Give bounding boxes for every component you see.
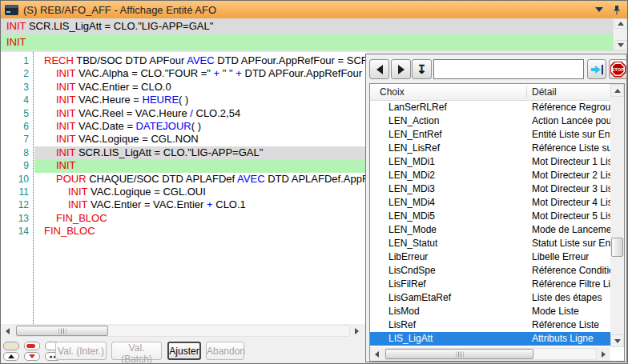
code-editor[interactable]: 1234567891011121314 RECH TBD/SOC DTD APF… [1, 52, 367, 324]
forward-button[interactable] [391, 59, 411, 79]
code-line[interactable]: INIT [34, 159, 367, 172]
list-item[interactable]: LEN_MDi3Mot Directeur 3 Liste [370, 182, 610, 196]
code-line[interactable]: INIT VAC.Logique = CGL.OUI [34, 186, 367, 198]
scroll-up-button[interactable] [610, 84, 624, 97]
list-item-detail: Mot Directeur 2 Liste [532, 169, 610, 182]
code-line[interactable]: POUR CHAQUE/SOC DTD APLAFDef AVEC DTD AP… [34, 173, 367, 186]
marker-beige-icon[interactable] [3, 342, 19, 350]
list-item[interactable]: LisModMode Liste [370, 305, 610, 318]
code-token: CLO.2,54 [193, 107, 240, 119]
list-item[interactable]: LEN_LisRefRéférence Liste sur E [370, 142, 610, 155]
code-hscrollbar[interactable] [1, 324, 364, 338]
list-item-choix: LisCndSpe [388, 264, 436, 278]
column-header-detail[interactable]: Détail [532, 86, 557, 98]
code-line[interactable]: INIT VAC.Reel = VAC.Heure / CLO.2,54 [34, 107, 367, 120]
abandon-button[interactable]: Abandon [206, 342, 244, 360]
scroll-track[interactable] [614, 29, 627, 40]
scroll-track[interactable] [384, 348, 597, 360]
preview-vscrollbar[interactable] [614, 18, 627, 50]
list-item-detail: Référence Condition [532, 264, 610, 278]
list-item[interactable]: LEN_ModeMode de Lancement [370, 223, 610, 237]
scroll-left-button[interactable] [1, 324, 14, 338]
code-token: VAC.Entier = CLO.0 [75, 81, 171, 93]
list-item[interactable]: LEN_MDi2Mot Directeur 2 Liste [370, 169, 610, 182]
stop-sign-icon: STOP [610, 62, 626, 78]
list-item[interactable]: LibErreurLibelle Erreur [370, 250, 610, 264]
scroll-right-button[interactable] [597, 347, 610, 361]
preview-line-current[interactable]: INIT SCR.LIS_LigAtt = CLO."LIG-APP=GAL" [1, 18, 614, 34]
keyword-token: INIT [68, 198, 87, 210]
list-item-detail: Référence Liste sur E [532, 142, 610, 155]
keyword-token: INIT [56, 107, 75, 119]
pin-icon[interactable] [613, 5, 621, 15]
code-line[interactable]: FIN_BLOC [34, 225, 367, 238]
line-number-gutter: 1234567891011121314 [1, 52, 34, 324]
scroll-right-button[interactable] [350, 324, 364, 338]
list-header[interactable]: Choix Détail [370, 84, 610, 101]
code-line[interactable]: INIT VAC.Entier = VAC.Entier + CLO.1 [34, 198, 367, 211]
list-item[interactable]: LEN_MDi1Mot Directeur 1 Liste [370, 155, 610, 169]
preview-line-edited[interactable]: INIT [1, 34, 614, 50]
keyword-token: INIT [56, 146, 75, 158]
dropdown-arrow-icon[interactable] [595, 7, 603, 12]
scroll-thumb[interactable] [385, 349, 533, 359]
insert-down-button[interactable]: ↧ [412, 59, 432, 79]
ajuster-button[interactable]: Ajuster [167, 342, 201, 360]
back-button[interactable] [369, 59, 389, 79]
list-item[interactable]: LEN_ActionAction Lancée pour M [370, 114, 610, 128]
val-batch-button[interactable]: Val. (Batch) [111, 342, 162, 360]
list-item[interactable]: LisFilRefRéférence Filtre Liste [370, 278, 610, 291]
code-line[interactable]: INIT VAC.Alpha = CLO."FOUR =" + " " + DT… [34, 67, 367, 80]
code-line[interactable]: INIT VAC.Entier = CLO.0 [34, 81, 367, 94]
move-up-icon[interactable] [3, 352, 19, 361]
list-item-detail: Action Lancée pour M [532, 114, 610, 128]
list-item[interactable]: LEN_MDi5Mot Directeur 5 Liste [370, 210, 610, 223]
code-token: " " [219, 67, 235, 79]
stop-button[interactable]: STOP [609, 59, 627, 79]
list-item-choix: LEN_MDi5 [388, 210, 435, 223]
scroll-thumb[interactable] [611, 238, 623, 257]
code-lines: RECH TBD/SOC DTD APFour AVEC DTD APFour.… [34, 54, 367, 238]
scroll-down-button[interactable] [614, 40, 627, 50]
keyword-token: FIN_BLOC [44, 225, 95, 237]
scroll-track[interactable] [14, 325, 350, 337]
code-line[interactable]: FIN_BLOC [34, 212, 367, 225]
list-item[interactable]: LanSerRLRefRéférence Regroupe [370, 101, 610, 114]
scroll-left-button[interactable] [370, 347, 384, 361]
marker-red-bar-icon[interactable] [24, 342, 40, 350]
val-inter-button[interactable]: Val. (Inter.) [55, 342, 107, 360]
list-item-choix: LisGamEtaRef [388, 291, 451, 305]
list-item[interactable]: LEN_StatutStatut Liste sur Entité [370, 237, 610, 250]
list-item[interactable]: LEN_MDi4Mot Directeur 4 Liste [370, 196, 610, 210]
title-bar[interactable]: (S) REB/AFO_AFF - Affichage Entité AFO [1, 1, 627, 18]
column-divider[interactable] [526, 86, 527, 98]
go-button[interactable] [587, 59, 606, 79]
function-token: HEURE [143, 94, 179, 106]
code-line[interactable]: INIT SCR.LIS_LigAtt = CLO."LIG-APP=GAL" [34, 146, 367, 159]
list-item[interactable]: LisCndSpeRéférence Condition [370, 264, 610, 278]
list-hscrollbar[interactable] [370, 347, 610, 361]
app-window: (S) REB/AFO_AFF - Affichage Entité AFO I… [0, 0, 628, 364]
code-line[interactable]: INIT VAC.Date = DATEJOUR( ) [34, 120, 367, 133]
up-arrow-icon [614, 89, 621, 93]
list-item-detail: Mot Directeur 4 Liste [532, 196, 610, 210]
move-down-icon[interactable] [24, 352, 40, 361]
keyword-token: INIT [56, 94, 75, 106]
code-line[interactable]: INIT VAC.Logique = CGL.NON [34, 133, 367, 146]
column-header-choix[interactable]: Choix [380, 86, 405, 98]
list-item[interactable]: LEN_EntRefEntité Liste sur Entité [370, 128, 610, 142]
list-item[interactable]: LIS_LigAttAttributs Ligne [370, 332, 610, 346]
code-line[interactable]: INIT VAC.Heure = HEURE( ) [34, 94, 367, 106]
scroll-track[interactable] [610, 97, 624, 334]
code-token: DTD APFour.AppRefFour [242, 67, 362, 79]
code-line[interactable]: RECH TBD/SOC DTD APFour AVEC DTD APFour.… [34, 54, 367, 67]
list-item[interactable]: LisRefRéférence Liste [370, 318, 610, 332]
choice-filter-input[interactable] [433, 59, 584, 79]
list-vscrollbar[interactable] [610, 84, 624, 347]
code-token: CHAQUE/SOC DTD APLAFDef [87, 173, 238, 185]
scroll-down-button[interactable] [610, 334, 624, 347]
list-item[interactable]: LisGamEtaRefListe des étapes [370, 291, 610, 305]
line-number: 14 [1, 225, 33, 238]
scroll-thumb[interactable] [16, 326, 108, 336]
scroll-up-button[interactable] [614, 18, 627, 29]
